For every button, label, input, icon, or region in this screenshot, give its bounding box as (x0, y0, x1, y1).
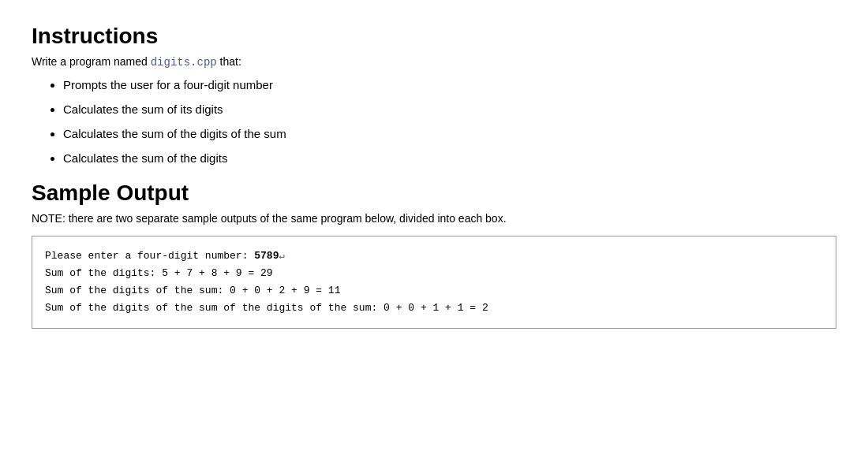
code-output-box: Please enter a four-digit number: 5789↵ … (32, 236, 836, 329)
sample-output-heading: Sample Output (32, 181, 836, 206)
input-value: 5789 (254, 250, 279, 262)
list-item: Calculates the sum of the digits of the … (63, 127, 836, 140)
code-line-1: Please enter a four-digit number: 5789↵ (45, 248, 823, 265)
list-item: Calculates the sum of the digits (63, 151, 836, 165)
list-item: Prompts the user for a four-digit number (63, 78, 836, 91)
code-line-2: Sum of the digits: 5 + 7 + 8 + 9 = 29 (45, 265, 823, 282)
note-text: NOTE: there are two separate sample outp… (32, 212, 836, 225)
intro-prefix: Write a program named (32, 55, 151, 68)
filename-code: digits.cpp (151, 56, 217, 69)
bullet-list: Prompts the user for a four-digit number… (63, 78, 836, 165)
list-item: Calculates the sum of its digits (63, 102, 836, 116)
intro-suffix: that: (217, 55, 241, 68)
code-line-3: Sum of the digits of the sum: 0 + 0 + 2 … (45, 282, 823, 300)
return-symbol: ↵ (279, 251, 284, 262)
instructions-heading: Instructions (32, 24, 836, 49)
code-line-4: Sum of the digits of the sum of the digi… (45, 300, 823, 317)
intro-paragraph: Write a program named digits.cpp that: (32, 55, 836, 69)
